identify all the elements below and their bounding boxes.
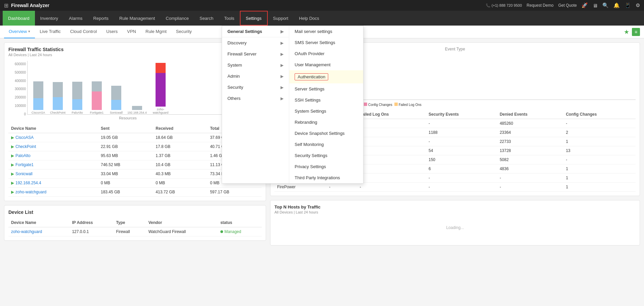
settings-oauth[interactable]: OAuth Provider bbox=[289, 48, 363, 59]
settings-general[interactable]: General Settings ▶ bbox=[222, 26, 289, 37]
settings-sms-server[interactable]: SMS Server Settings bbox=[289, 37, 363, 48]
th-type: Type bbox=[113, 218, 145, 227]
device-list-title: Device List bbox=[8, 209, 262, 215]
th-security-events: Security Events bbox=[426, 110, 497, 119]
device-link[interactable]: CheckPoint bbox=[15, 144, 36, 149]
expand-icon[interactable]: ▶ bbox=[11, 181, 14, 185]
bar-checkpoint-1 bbox=[53, 82, 63, 97]
expand-icon[interactable]: ▶ bbox=[11, 162, 14, 167]
expand-icon[interactable]: ▶ bbox=[11, 135, 14, 140]
th-device-name: Device Name bbox=[8, 218, 69, 227]
th-vendor: Vendor bbox=[146, 218, 218, 227]
settings-third-party[interactable]: Third Party Integrations bbox=[289, 172, 363, 183]
y-label-0: 0 bbox=[8, 112, 26, 116]
device-link[interactable]: FirePower bbox=[274, 183, 326, 192]
get-quote-link[interactable]: Get Quote bbox=[558, 3, 577, 8]
device-link[interactable]: Fortigate1 bbox=[15, 162, 34, 167]
settings-rebranding[interactable]: Rebranding bbox=[289, 117, 363, 128]
table-row: zoho-watchguard 127.0.0.1 Firewall Watch… bbox=[8, 227, 262, 236]
device-link[interactable]: zoho-watchguard bbox=[15, 190, 46, 194]
expand-icon[interactable]: ▶ bbox=[11, 171, 14, 176]
expand-icon[interactable]: ▶ bbox=[11, 144, 14, 149]
settings-user-management[interactable]: User Management bbox=[289, 59, 363, 70]
nav-item-alarms[interactable]: Alarms bbox=[63, 11, 88, 26]
bell-icon[interactable]: 🔔 bbox=[613, 2, 620, 8]
device-link[interactable]: Sonicwall bbox=[15, 171, 33, 176]
bars-container: CiscoASA CheckPoint bbox=[27, 61, 228, 115]
chevron-right-icon: ▶ bbox=[281, 63, 284, 68]
device-icon[interactable]: 📱 bbox=[625, 2, 631, 8]
nav-item-settings[interactable]: Settings bbox=[240, 11, 268, 26]
request-demo-link[interactable]: Request Demo bbox=[527, 3, 554, 8]
search-icon[interactable]: 🔍 bbox=[602, 2, 609, 8]
expand-icon[interactable]: ▶ bbox=[11, 153, 14, 158]
sub-nav-right: ★ ≡ bbox=[624, 28, 640, 36]
topbar-right: 📞 (+1) 888 720 9500 Request Demo Get Quo… bbox=[486, 2, 640, 8]
th-sent: Sent bbox=[98, 124, 153, 133]
settings-privacy-settings[interactable]: Privacy Settings bbox=[289, 161, 363, 172]
top-n-hosts-subtitle: All Devices | Last 24 hours bbox=[274, 210, 636, 214]
nav-item-reports[interactable]: Reports bbox=[88, 11, 114, 26]
legend-failed-logons: Failed Log Ons bbox=[394, 103, 422, 107]
nav-item-rule-management[interactable]: Rule Management bbox=[114, 11, 160, 26]
sub-nav-live-traffic[interactable]: Live Traffic bbox=[35, 26, 66, 38]
star-icon[interactable]: ★ bbox=[624, 28, 629, 36]
settings-system-settings[interactable]: System Settings bbox=[289, 106, 363, 117]
nav-item-compliance[interactable]: Compliance bbox=[160, 11, 194, 26]
bar-group-zoho: zoho-watchguard bbox=[149, 63, 172, 114]
settings-ssh-settings[interactable]: SSH Settings bbox=[289, 94, 363, 106]
sub-nav-security[interactable]: Security bbox=[171, 26, 197, 38]
bar-checkpoint-2 bbox=[53, 97, 63, 110]
settings-self-monitoring[interactable]: Self Monitoring bbox=[289, 139, 363, 150]
chevron-right-icon: ▶ bbox=[281, 41, 284, 45]
device-link[interactable]: PaloAlto bbox=[15, 153, 31, 158]
sub-nav-cloud-control[interactable]: Cloud Control bbox=[66, 26, 102, 38]
settings-level1-col: General Settings ▶ Discovery ▶ Firewall … bbox=[222, 26, 289, 183]
settings-admin[interactable]: Admin ▶ bbox=[222, 71, 289, 82]
bar-label-zoho: zoho-watchguard bbox=[149, 108, 172, 114]
nav-item-support[interactable]: Support bbox=[268, 11, 294, 26]
nav-item-inventory[interactable]: Inventory bbox=[35, 11, 63, 26]
th-denied-events: Denied Events bbox=[497, 110, 563, 119]
bar-group-checkpoint: CheckPoint bbox=[49, 82, 67, 114]
settings-security-settings[interactable]: Security Settings bbox=[289, 150, 363, 161]
settings-system[interactable]: System ▶ bbox=[222, 60, 289, 71]
device-link[interactable]: 192.168.254.4 bbox=[15, 181, 41, 185]
y-label-300k: 300000 bbox=[8, 87, 26, 91]
status-badge: Managed bbox=[220, 229, 259, 234]
settings-server-settings[interactable]: Server Settings bbox=[289, 83, 363, 94]
nav-item-search[interactable]: Search bbox=[194, 11, 219, 26]
bar-label-checkpoint: CheckPoint bbox=[49, 111, 67, 114]
expand-icon[interactable]: ▶ bbox=[11, 190, 14, 194]
settings-mail-server[interactable]: Mail server settings bbox=[289, 26, 363, 37]
sub-nav-vpn[interactable]: VPN bbox=[122, 26, 141, 38]
sub-nav-rule-mgmt[interactable]: Rule Mgmt bbox=[141, 26, 171, 38]
settings-firewall-server[interactable]: Firewall Server ▶ bbox=[222, 48, 289, 60]
settings-security[interactable]: Security ▶ bbox=[222, 82, 289, 93]
bar-fortigate-2 bbox=[92, 91, 102, 110]
settings-authentication[interactable]: Authentication bbox=[289, 70, 363, 83]
device-link[interactable]: zoho-watchguard bbox=[11, 229, 42, 234]
bar-label-paloalto: PaloAlto bbox=[69, 111, 86, 114]
device-link[interactable]: CiscoASA bbox=[15, 135, 34, 140]
main-nav: Dashboard Inventory Alarms Reports Rule … bbox=[0, 11, 644, 26]
y-label-500k: 500000 bbox=[8, 71, 26, 74]
nav-item-tools[interactable]: Tools bbox=[219, 11, 240, 26]
settings-discovery[interactable]: Discovery ▶ bbox=[222, 37, 289, 48]
green-indicator[interactable]: ≡ bbox=[632, 28, 640, 36]
top-n-hosts-card: Top N Hosts by Traffic All Devices | Las… bbox=[270, 200, 640, 245]
rocket-icon[interactable]: 🚀 bbox=[582, 2, 588, 8]
settings-dropdown: General Settings ▶ Discovery ▶ Firewall … bbox=[222, 26, 363, 184]
settings-device-snapshot[interactable]: Device Snapshot Settings bbox=[289, 128, 363, 139]
nav-item-help-docs[interactable]: Help Docs bbox=[294, 11, 325, 26]
gear-icon[interactable]: ⚙ bbox=[636, 2, 640, 8]
sub-nav-overview[interactable]: Overview ▾ bbox=[4, 26, 35, 38]
settings-others[interactable]: Others ▶ bbox=[222, 93, 289, 104]
monitor-icon[interactable]: 🖥 bbox=[593, 3, 598, 8]
settings-level2-col: Mail server settings SMS Server Settings… bbox=[289, 26, 363, 183]
top-n-hosts-title: Top N Hosts by Traffic bbox=[274, 204, 636, 209]
status-dot-icon bbox=[220, 230, 223, 233]
nav-item-dashboard[interactable]: Dashboard bbox=[3, 11, 35, 26]
sub-nav-users[interactable]: Users bbox=[101, 26, 122, 38]
bar-ciscoasa-1 bbox=[33, 81, 43, 98]
